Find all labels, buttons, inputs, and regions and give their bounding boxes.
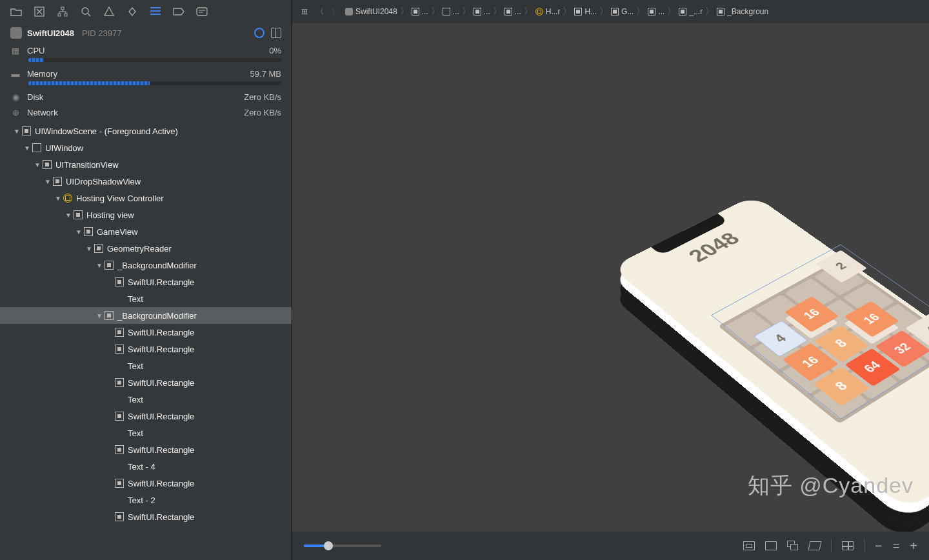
tree-label: SwiftUI.Rectangle xyxy=(128,345,194,354)
debug-icon[interactable] xyxy=(150,6,161,17)
layer-spacing-slider[interactable] xyxy=(304,545,381,547)
zoom-in-icon[interactable]: + xyxy=(910,539,917,554)
breadcrumb-item[interactable]: G... xyxy=(611,7,634,16)
constraints-icon[interactable] xyxy=(765,541,777,550)
disclosure-icon[interactable]: ▼ xyxy=(95,262,103,269)
view-icon xyxy=(84,227,93,236)
breadcrumb-item[interactable]: ... xyxy=(504,7,521,16)
breadcrumb-item[interactable]: ... xyxy=(443,7,459,16)
tree-row[interactable]: Text xyxy=(0,425,292,441)
clip-icon[interactable] xyxy=(743,541,755,550)
tree-row[interactable]: SwiftUI.Rectangle xyxy=(0,324,292,341)
issue-icon[interactable] xyxy=(103,6,115,17)
tree-row[interactable]: ▼Hosting view xyxy=(0,206,292,223)
disclosure-icon[interactable]: ▼ xyxy=(34,161,41,168)
svg-rect-6 xyxy=(150,7,161,8)
view-icon xyxy=(63,194,72,203)
svg-rect-7 xyxy=(150,14,161,15)
tree-row[interactable]: Text - 4 xyxy=(0,458,292,475)
tree-label: Text xyxy=(128,361,143,371)
test-icon[interactable] xyxy=(126,6,138,17)
disclosure-icon[interactable]: ▼ xyxy=(85,245,93,252)
tree-row[interactable]: ▼GameView xyxy=(0,223,292,240)
tree-row[interactable]: SwiftUI.Rectangle xyxy=(0,475,292,492)
tree-row[interactable]: SwiftUI.Rectangle xyxy=(0,341,292,357)
log-icon[interactable] xyxy=(196,6,208,17)
tree-label: UIWindow xyxy=(45,143,83,153)
disclosure-icon[interactable]: ▼ xyxy=(75,228,83,235)
tree-row[interactable]: SwiftUI.Rectangle xyxy=(0,408,292,425)
back-icon[interactable]: 〈 xyxy=(314,6,326,17)
tree-label: UIDropShadowView xyxy=(66,177,141,186)
zoom-out-icon[interactable]: − xyxy=(875,539,883,554)
tree-row[interactable]: SwiftUI.Rectangle xyxy=(0,441,292,458)
disclosure-icon[interactable]: ▼ xyxy=(44,178,52,185)
tree-row[interactable]: ▼UITransitionView xyxy=(0,156,292,173)
breadcrumb-item[interactable]: ... xyxy=(474,7,490,16)
chevron-right-icon: 〉 xyxy=(400,6,409,17)
disclosure-icon[interactable]: ▼ xyxy=(95,312,103,319)
breadcrumb-item[interactable]: H...r xyxy=(535,7,561,16)
search-icon[interactable] xyxy=(80,6,92,17)
view-debugger-canvas[interactable]: UIWindowScene - (Foreground Active) Host… xyxy=(292,23,929,532)
tree-row[interactable]: SwiftUI.Rectangle xyxy=(0,374,292,391)
disclosure-icon[interactable]: ▼ xyxy=(65,212,72,219)
disclosure-icon[interactable]: ▼ xyxy=(23,145,31,152)
tree-label: Text xyxy=(128,395,143,405)
tree-label: SwiftUI.Rectangle xyxy=(128,412,194,421)
related-items-icon[interactable]: ⊞ xyxy=(299,6,310,17)
breadcrumb-item[interactable]: H... xyxy=(574,7,597,16)
tree-row[interactable]: SwiftUI.Rectangle xyxy=(0,508,292,525)
process-header[interactable]: SwiftUI2048 PID 23977 xyxy=(0,23,292,43)
hierarchy-icon[interactable] xyxy=(57,6,68,17)
layer-game-view[interactable]: 2048 2421682864324 1616 xyxy=(611,195,930,512)
tree-row[interactable]: ▼UIDropShadowView xyxy=(0,173,292,190)
breadcrumb-label: ... xyxy=(453,7,459,16)
tree-label: SwiftUI.Rectangle xyxy=(128,445,194,455)
breadcrumb-item[interactable]: ... xyxy=(412,7,428,16)
breadcrumb-item[interactable]: ... xyxy=(648,7,664,16)
tree-row[interactable]: ▼UIWindowScene - (Foreground Active) xyxy=(0,123,292,139)
breadcrumb-item[interactable]: _Backgroun xyxy=(717,7,768,16)
breadcrumb-icon xyxy=(679,8,686,15)
zoom-actual-icon[interactable]: = xyxy=(893,539,900,553)
disk-label: Disk xyxy=(27,92,43,102)
memory-row[interactable]: ▬ Memory 59.7 MB xyxy=(0,66,292,81)
tree-row[interactable]: ▼UIWindow xyxy=(0,139,292,156)
tree-row[interactable]: SwiftUI.Rectangle xyxy=(0,274,292,290)
tree-row[interactable]: Text xyxy=(0,391,292,408)
view-icon xyxy=(115,445,124,454)
tree-row[interactable]: ▼_BackgroundModifier xyxy=(0,307,292,324)
orient-3d-icon[interactable] xyxy=(808,541,822,550)
report-icon[interactable] xyxy=(34,6,45,17)
tree-row[interactable]: Text xyxy=(0,290,292,307)
folder-icon[interactable] xyxy=(10,6,22,17)
cpu-bar xyxy=(28,58,281,62)
svg-rect-8 xyxy=(197,8,207,15)
breakpoint-icon[interactable] xyxy=(173,6,185,17)
cpu-row[interactable]: ▦ CPU 0% xyxy=(0,43,292,58)
stack-icon[interactable] xyxy=(787,541,799,551)
network-row[interactable]: ⊕ Network Zero KB/s xyxy=(0,105,292,120)
split-view-icon[interactable] xyxy=(271,28,281,38)
svg-rect-3 xyxy=(65,14,67,16)
disk-row[interactable]: ◉ Disk Zero KB/s xyxy=(0,89,292,105)
tree-row[interactable]: Text xyxy=(0,357,292,374)
breadcrumb-icon xyxy=(611,8,619,15)
breadcrumb-icon xyxy=(717,8,724,15)
breadcrumb-item[interactable]: SwiftUI2048 xyxy=(345,7,397,16)
breadcrumb-item[interactable]: _...r xyxy=(679,7,703,16)
view-hierarchy-tree[interactable]: ▼UIWindowScene - (Foreground Active)▼UIW… xyxy=(0,120,292,560)
disclosure-icon[interactable]: ▼ xyxy=(13,128,21,135)
grid-toggle-icon[interactable] xyxy=(842,541,854,550)
tree-row[interactable]: ▼_BackgroundModifier xyxy=(0,257,292,274)
view-icon xyxy=(94,244,103,253)
tree-row[interactable]: Text - 2 xyxy=(0,492,292,508)
breadcrumb-icon xyxy=(504,8,512,15)
tree-label: SwiftUI.Rectangle xyxy=(128,378,194,388)
tree-row[interactable]: ▼GeometryReader xyxy=(0,240,292,257)
record-icon[interactable] xyxy=(254,28,265,38)
tree-row[interactable]: ▼Hosting View Controller xyxy=(0,190,292,206)
disclosure-icon[interactable]: ▼ xyxy=(54,195,62,202)
forward-icon[interactable]: 〉 xyxy=(330,6,341,17)
